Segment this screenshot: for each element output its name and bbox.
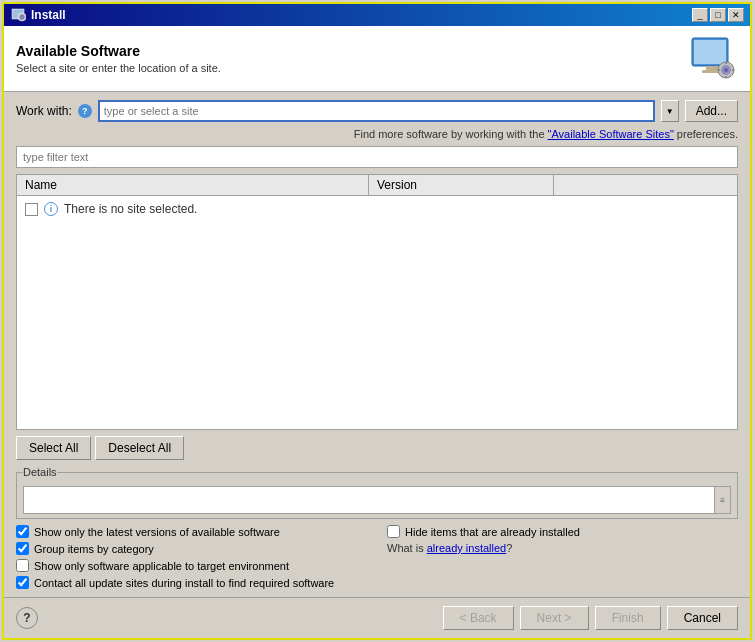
checkbox-target-environment-label: Show only software applicable to target … <box>34 560 289 572</box>
already-installed-text: What is <box>387 542 427 554</box>
page-subtitle: Select a site or enter the location of a… <box>16 62 221 74</box>
table-row: i There is no site selected. <box>21 200 733 218</box>
table-header-extra <box>554 175 738 195</box>
checkbox-latest-versions[interactable] <box>16 525 29 538</box>
header-icon <box>688 36 738 81</box>
site-dropdown-button[interactable]: ▼ <box>661 100 679 122</box>
minimize-button[interactable]: _ <box>692 8 708 22</box>
header-text: Available Software Select a site or ente… <box>16 43 221 74</box>
software-table: Name Version i There is no site selected… <box>16 174 738 430</box>
checkboxes-section: Show only the latest versions of availab… <box>16 525 738 589</box>
find-more-text: Find more software by working with the <box>354 128 548 140</box>
checkbox-hide-installed-label: Hide items that are already installed <box>405 526 580 538</box>
select-all-button[interactable]: Select All <box>16 436 91 460</box>
already-installed-question: ? <box>506 542 512 554</box>
svg-point-9 <box>724 68 728 72</box>
checkbox-group-category[interactable] <box>16 542 29 555</box>
svg-rect-4 <box>694 40 726 64</box>
main-content: Work with: ? ▼ Add... Find more software… <box>4 92 750 597</box>
work-with-help-icon[interactable]: ? <box>78 104 92 118</box>
page-title: Available Software <box>16 43 221 59</box>
available-software-sites-link[interactable]: "Available Software Sites" <box>548 128 674 140</box>
find-more-suffix: preferences. <box>674 128 738 140</box>
checkboxes-left: Show only the latest versions of availab… <box>16 525 367 589</box>
checkboxes-right: Hide items that are already installed Wh… <box>387 525 738 589</box>
details-section: Details ≡ <box>16 466 738 519</box>
cancel-button[interactable]: Cancel <box>667 606 738 630</box>
table-header-name: Name <box>17 175 369 195</box>
details-scrollbar[interactable]: ≡ <box>714 487 730 513</box>
add-button[interactable]: Add... <box>685 100 738 122</box>
checkbox-group-category-label: Group items by category <box>34 543 154 555</box>
already-installed-link[interactable]: already installed <box>427 542 507 554</box>
install-title-icon <box>10 7 26 23</box>
back-button[interactable]: < Back <box>443 606 514 630</box>
svg-rect-5 <box>706 66 718 70</box>
next-button[interactable]: Next > <box>520 606 589 630</box>
window-title: Install <box>31 8 66 22</box>
info-icon: i <box>44 202 58 216</box>
title-bar-left: Install <box>10 7 66 23</box>
checkbox-contact-update-sites-label: Contact all update sites during install … <box>34 577 334 589</box>
title-bar-buttons: _ □ ✕ <box>692 8 744 22</box>
find-more-row: Find more software by working with the "… <box>16 128 738 140</box>
checkbox-target-environment[interactable] <box>16 559 29 572</box>
title-bar: Install _ □ ✕ <box>4 4 750 26</box>
monitor-icon <box>688 36 736 80</box>
footer-right: < Back Next > Finish Cancel <box>443 606 738 630</box>
close-button[interactable]: ✕ <box>728 8 744 22</box>
help-button[interactable]: ? <box>16 607 38 629</box>
checkbox-hide-installed[interactable] <box>387 525 400 538</box>
finish-button[interactable]: Finish <box>595 606 661 630</box>
checkbox-row-6: Contact all update sites during install … <box>16 576 367 589</box>
svg-point-2 <box>20 15 25 20</box>
checkbox-row-2: Hide items that are already installed <box>387 525 738 538</box>
work-with-label: Work with: <box>16 104 72 118</box>
select-buttons-row: Select All Deselect All <box>16 436 738 460</box>
already-installed-row: What is already installed? <box>387 542 738 554</box>
row-checkbox[interactable] <box>25 203 38 216</box>
footer: ? < Back Next > Finish Cancel <box>4 597 750 638</box>
checkbox-row-3: Group items by category <box>16 542 367 555</box>
checkbox-row-5: Show only software applicable to target … <box>16 559 367 572</box>
deselect-all-button[interactable]: Deselect All <box>95 436 184 460</box>
site-input[interactable] <box>98 100 655 122</box>
header-section: Available Software Select a site or ente… <box>4 26 750 92</box>
no-site-message: There is no site selected. <box>64 202 197 216</box>
table-header: Name Version <box>17 175 737 196</box>
checkbox-contact-update-sites[interactable] <box>16 576 29 589</box>
checkbox-latest-versions-label: Show only the latest versions of availab… <box>34 526 280 538</box>
filter-input[interactable] <box>16 146 738 168</box>
details-content: ≡ <box>23 486 731 514</box>
checkbox-row-1: Show only the latest versions of availab… <box>16 525 367 538</box>
install-window: Install _ □ ✕ Available Software Select … <box>2 2 752 640</box>
details-label: Details <box>23 466 57 478</box>
footer-left: ? <box>16 607 38 629</box>
table-body: i There is no site selected. <box>17 196 737 222</box>
work-with-row: Work with: ? ▼ Add... <box>16 100 738 122</box>
maximize-button[interactable]: □ <box>710 8 726 22</box>
table-header-version: Version <box>369 175 554 195</box>
